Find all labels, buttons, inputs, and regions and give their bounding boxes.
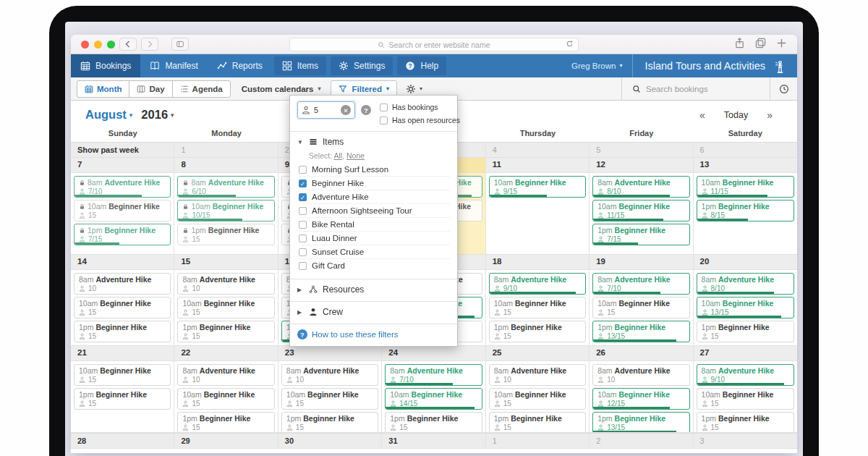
view-button-agenda[interactable]: Agenda [172, 80, 231, 98]
day-cell-27[interactable]: 278am Adventure Hike9/1010am Beginner Hi… [694, 346, 797, 433]
event-10am-beginner-hike[interactable]: 10am Beginner Hike11/15 [697, 176, 794, 198]
select-all-link[interactable]: All [333, 151, 342, 160]
event-10am-beginner-hike[interactable]: 10am Beginner Hike15 [74, 364, 171, 386]
event-8am-adventure-hike[interactable]: 8am Adventure Hike9/10 [697, 364, 794, 386]
checkbox[interactable] [380, 117, 388, 124]
event-10am-beginner-hike[interactable]: 10am Beginner Hike15 [177, 297, 274, 318]
day-cell-22[interactable]: 228am Adventure Hike1010am Beginner Hike… [174, 346, 278, 433]
item-filter-luau-dinner[interactable]: Luau Dinner [299, 231, 450, 245]
checkbox[interactable] [299, 235, 307, 242]
nav-item-settings[interactable]: Settings [331, 56, 393, 75]
event-8am-adventure-hike[interactable]: 8am Adventure Hike10 [592, 364, 689, 386]
event-10am-beginner-hike[interactable]: 10am Beginner Hike10/15 [177, 200, 274, 221]
event-1pm-beginner-hike[interactable]: 1pm Beginner Hike15 [385, 412, 482, 433]
event-10am-beginner-hike[interactable]: 10am Beginner Hike15 [281, 388, 378, 410]
event-8am-adventure-hike[interactable]: 8am Adventure Hike10 [177, 273, 274, 295]
search-bookings-input[interactable]: Search bookings [621, 77, 770, 100]
event-1pm-beginner-hike[interactable]: 1pm Beginner Hike15 [74, 321, 171, 342]
event-8am-adventure-hike[interactable]: 8am Adventure Hike9/10 [489, 273, 586, 295]
sidebar-toggle-button[interactable] [171, 38, 189, 51]
next-month-button[interactable]: » [767, 109, 773, 121]
day-cell-21[interactable]: 2110am Beginner Hike151pm Beginner Hike1… [71, 346, 174, 433]
event-1pm-beginner-hike[interactable]: 1pm Beginner Hike15 [697, 321, 794, 342]
show-past-week-button[interactable]: Show past week [71, 143, 174, 157]
view-button-day[interactable]: Day [129, 80, 172, 98]
forward-button[interactable] [141, 38, 158, 51]
month-selector[interactable]: August [85, 108, 127, 122]
day-cell-19[interactable]: 198am Adventure Hike7/1010am Beginner Hi… [590, 255, 693, 346]
tabs-overview-icon[interactable] [755, 38, 766, 51]
day-cell-14[interactable]: 148am Adventure Hike1010am Beginner Hike… [71, 255, 174, 346]
new-tab-icon[interactable] [776, 38, 787, 51]
event-10am-beginner-hike[interactable]: 10am Beginner Hike15 [489, 297, 586, 318]
event-10am-beginner-hike[interactable]: 10am Beginner Hike15 [74, 297, 171, 318]
user-menu[interactable]: Greg Brown ▾ [561, 62, 632, 70]
day-cell-8[interactable]: 88am Adventure Hike6/1010am Beginner Hik… [174, 158, 278, 255]
custom-calendars-button[interactable]: Custom calendars ▾ [242, 85, 321, 93]
event-8am-adventure-hike[interactable]: 8am Adventure Hike7/10 [385, 364, 482, 386]
checkbox[interactable] [299, 166, 307, 174]
checkbox[interactable] [299, 207, 307, 215]
event-8am-adventure-hike[interactable]: 8am Adventure Hike10 [74, 273, 171, 295]
crew-section-header[interactable]: ▶Crew [297, 307, 450, 317]
event-8am-adventure-hike[interactable]: 8am Adventure Hike8/10 [592, 176, 689, 198]
nav-item-items[interactable]: Items [274, 56, 326, 75]
event-10am-beginner-hike[interactable]: 10am Beginner Hike11/15 [592, 200, 689, 221]
day-cell-11[interactable]: 1110am Beginner Hike9/15 [486, 158, 590, 255]
item-filter-bike-rental[interactable]: Bike Rental [299, 217, 450, 231]
event-1pm-beginner-hike[interactable]: 1pm Beginner Hike15 [177, 224, 274, 245]
item-filter-sunset-cruise[interactable]: Sunset Cruise [299, 245, 450, 258]
minimize-window-button[interactable] [94, 41, 102, 48]
calendar-settings-button[interactable]: ▾ [406, 84, 422, 94]
item-filter-gift-card[interactable]: Gift Card [299, 258, 450, 272]
event-10am-beginner-hike[interactable]: 10am Beginner Hike13/15 [697, 297, 794, 318]
event-10am-beginner-hike[interactable]: 10am Beginner Hike9/15 [489, 176, 586, 198]
day-cell-20[interactable]: 208am Adventure Hike8/1010am Beginner Hi… [694, 255, 797, 346]
year-selector[interactable]: 2016 [141, 108, 168, 122]
event-1pm-beginner-hike[interactable]: 1pm Beginner Hike7/15 [592, 224, 689, 245]
day-cell-18[interactable]: 188am Adventure Hike9/1010am Beginner Hi… [486, 255, 590, 346]
event-1pm-beginner-hike[interactable]: 1pm Beginner Hike15 [177, 412, 274, 433]
nav-item-manifest[interactable]: Manifest [140, 54, 207, 77]
event-8am-adventure-hike[interactable]: 8am Adventure Hike10 [281, 364, 378, 386]
day-cell-23[interactable]: 238am Adventure Hike1010am Beginner Hike… [278, 346, 382, 433]
event-1pm-beginner-hike[interactable]: 1pm Beginner Hike13/15 [592, 321, 689, 342]
item-filter-adventure-hike[interactable]: ✓Adventure Hike [299, 190, 450, 203]
event-10am-beginner-hike[interactable]: 10am Beginner Hike15 [74, 200, 171, 221]
event-10am-beginner-hike[interactable]: 10am Beginner Hike15 [697, 388, 794, 410]
event-1pm-beginner-hike[interactable]: 1pm Beginner Hike15 [697, 412, 794, 433]
nav-item-reports[interactable]: Reports [208, 54, 272, 77]
share-icon[interactable] [734, 38, 745, 51]
checkbox[interactable] [299, 221, 307, 229]
back-button[interactable] [119, 38, 137, 51]
checkbox[interactable] [299, 262, 307, 270]
item-filter-morning-surf-lesson[interactable]: Morning Surf Lesson [299, 163, 450, 176]
item-filter-afternoon-sightseeing-tour[interactable]: Afternoon Sightseeing Tour [299, 203, 450, 217]
event-10am-beginner-hike[interactable]: 10am Beginner Hike15 [177, 388, 274, 410]
event-1pm-beginner-hike[interactable]: 1pm Beginner Hike8/15 [697, 200, 794, 221]
event-8am-adventure-hike[interactable]: 8am Adventure Hike8/10 [697, 273, 794, 295]
event-8am-adventure-hike[interactable]: 8am Adventure Hike7/10 [592, 273, 689, 295]
items-section-header[interactable]: ▼Items [297, 137, 450, 147]
event-1pm-beginner-hike[interactable]: 1pm Beginner Hike15 [489, 412, 586, 433]
checkbox[interactable] [299, 248, 307, 256]
filter-toggle-has-bookings[interactable]: Has bookings [380, 103, 460, 111]
event-1pm-beginner-hike[interactable]: 1pm Beginner Hike15 [489, 321, 586, 342]
checkbox[interactable]: ✓ [299, 193, 307, 201]
item-filter-beginner-hike[interactable]: ✓Beginner Hike [299, 176, 450, 190]
day-cell-24[interactable]: 248am Adventure Hike7/1010am Beginner Hi… [382, 346, 485, 433]
event-1pm-beginner-hike[interactable]: 1pm Beginner Hike15 [177, 321, 274, 342]
checkbox[interactable] [380, 104, 388, 111]
address-bar[interactable]: Search or enter website name [289, 38, 579, 51]
view-button-month[interactable]: Month [77, 80, 129, 98]
prev-month-button[interactable]: « [699, 109, 705, 121]
capacity-help-icon[interactable]: ? [361, 105, 371, 115]
event-8am-adventure-hike[interactable]: 8am Adventure Hike10 [489, 364, 586, 386]
day-cell-26[interactable]: 268am Adventure Hike1010am Beginner Hike… [590, 346, 693, 433]
day-cell-13[interactable]: 1310am Beginner Hike11/151pm Beginner Hi… [694, 158, 797, 255]
nav-item-bookings[interactable]: Bookings [71, 54, 140, 77]
event-8am-adventure-hike[interactable]: 8am Adventure Hike7/10 [74, 176, 171, 198]
close-window-button[interactable] [81, 41, 89, 48]
event-1pm-beginner-hike[interactable]: 1pm Beginner Hike13/15 [592, 412, 689, 433]
recent-activity-button[interactable] [770, 77, 797, 100]
